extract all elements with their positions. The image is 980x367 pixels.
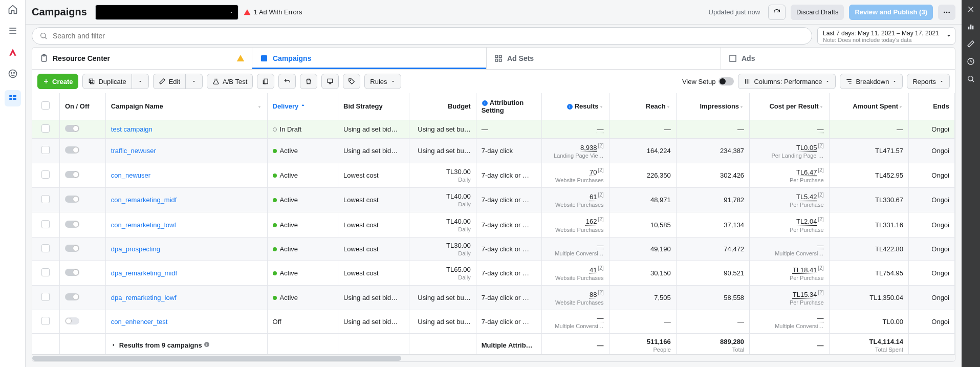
edit-button[interactable]: Edit <box>153 74 186 89</box>
tab-ads[interactable]: Ads <box>721 48 955 69</box>
search-box[interactable] <box>32 27 812 45</box>
col-impr[interactable]: Impressions <box>676 93 749 120</box>
svg-rect-44 <box>968 27 970 29</box>
search-right-icon[interactable] <box>967 75 975 83</box>
home-icon[interactable] <box>8 4 18 14</box>
resource-center-tab[interactable]: Resource Center <box>32 48 252 69</box>
col-results[interactable]: iResults <box>542 93 609 120</box>
row-checkbox[interactable] <box>41 124 50 133</box>
select-all-checkbox[interactable] <box>41 101 50 110</box>
export-button[interactable] <box>321 74 339 89</box>
campaign-name-link[interactable]: con_enhencer_test <box>111 318 168 326</box>
table-row[interactable]: traffic_newuserActiveUsing ad set bid…Us… <box>32 138 955 163</box>
ads-manager-icon[interactable] <box>5 90 21 106</box>
reports-button[interactable]: Reports <box>907 74 950 89</box>
table-row[interactable]: dpa_remarketing_lowfActiveUsing ad set b… <box>32 286 955 310</box>
row-checkbox[interactable] <box>41 220 50 228</box>
campaign-name-link[interactable]: test campaign <box>111 125 153 133</box>
row-toggle[interactable] <box>65 269 79 276</box>
duplicate-dropdown[interactable] <box>132 74 149 89</box>
svg-point-3 <box>9 70 16 78</box>
col-onoff[interactable]: On / Off <box>59 93 105 120</box>
close-panel-icon[interactable] <box>967 5 975 13</box>
row-checkbox[interactable] <box>41 195 50 203</box>
col-ends[interactable]: Ends <box>909 93 955 120</box>
status-dot <box>273 149 277 153</box>
campaign-name-link[interactable]: dpa_remarketing_midf <box>111 269 177 277</box>
status-dot <box>273 247 277 251</box>
more-button[interactable] <box>938 5 955 20</box>
tab-campaigns[interactable]: Campaigns <box>252 48 487 69</box>
rules-button[interactable]: Rules <box>364 74 401 89</box>
abtest-button[interactable]: A/B Test <box>207 74 253 89</box>
spent-cell: TL331.16 <box>829 212 908 237</box>
campaign-name-link[interactable]: traffic_newuser <box>111 147 156 155</box>
row-toggle[interactable] <box>65 293 79 300</box>
create-button[interactable]: Create <box>37 74 78 89</box>
discard-drafts-button[interactable]: Discard Drafts <box>791 5 844 20</box>
col-delivery[interactable]: Delivery <box>267 93 338 120</box>
table-row[interactable]: con_newuserActiveLowest costTL30.00Daily… <box>32 163 955 187</box>
col-name[interactable]: Campaign Name <box>105 93 267 120</box>
row-checkbox[interactable] <box>41 244 50 252</box>
account-selector[interactable] <box>95 5 238 20</box>
error-indicator[interactable]: 1 Ad With Errors <box>244 8 302 16</box>
duplicate-button[interactable]: Duplicate <box>82 74 132 89</box>
brand-icon[interactable] <box>8 47 18 57</box>
campaign-name-link[interactable]: dpa_remarketing_lowf <box>111 294 177 301</box>
breakdown-button[interactable]: Breakdown <box>840 74 903 89</box>
edit-dropdown[interactable] <box>185 74 203 89</box>
history-icon[interactable] <box>967 57 975 66</box>
row-toggle[interactable] <box>65 245 79 252</box>
row-toggle[interactable] <box>65 125 79 132</box>
table-row[interactable]: dpa_prospectingActiveLowest costTL30.00D… <box>32 237 955 261</box>
campaign-name-link[interactable]: con_remarketing_lowf <box>111 221 176 229</box>
table-row[interactable]: con_remarketing_lowfActiveLowest costTL4… <box>32 212 955 237</box>
svg-rect-17 <box>261 55 267 61</box>
campaign-name-link[interactable]: con_remarketing_midf <box>111 196 177 204</box>
row-checkbox[interactable] <box>41 317 50 325</box>
row-checkbox[interactable] <box>41 170 50 179</box>
col-reach[interactable]: Reach <box>609 93 676 120</box>
campaign-name-link[interactable]: dpa_prospecting <box>111 245 160 253</box>
columns-button[interactable]: Columns: Performance <box>738 74 836 89</box>
svg-rect-8 <box>9 98 12 100</box>
row-toggle[interactable] <box>65 196 79 203</box>
view-setup-toggle[interactable]: View Setup <box>682 77 734 85</box>
impr-cell: 74,472 <box>676 237 749 261</box>
row-checkbox[interactable] <box>41 293 50 301</box>
date-range-picker[interactable]: Last 7 days: May 11, 2021 – May 17, 2021… <box>817 27 955 45</box>
impr-cell: 91,782 <box>676 188 749 212</box>
refresh-button[interactable] <box>768 5 786 20</box>
menu-icon[interactable] <box>8 26 18 36</box>
row-toggle[interactable] <box>65 317 79 325</box>
copy-button[interactable] <box>257 74 274 89</box>
row-checkbox[interactable] <box>41 268 50 276</box>
insights-icon[interactable] <box>967 23 975 31</box>
col-spent[interactable]: Amount Spent <box>829 93 908 120</box>
row-checkbox[interactable] <box>41 146 50 154</box>
col-cpr[interactable]: Cost per Result <box>750 93 829 120</box>
review-publish-button[interactable]: Review and Publish (3) <box>849 5 933 20</box>
row-toggle[interactable] <box>65 146 79 154</box>
reach-cell: — <box>609 120 676 138</box>
tab-adsets[interactable]: Ad Sets <box>487 48 721 69</box>
status-label: Active <box>280 269 298 277</box>
undo-button[interactable] <box>278 74 296 89</box>
table-row[interactable]: con_enhencer_testOffUsing ad set bid…Usi… <box>32 310 955 334</box>
row-toggle[interactable] <box>65 221 79 228</box>
col-attr[interactable]: iAttribution Setting <box>476 93 542 120</box>
delete-button[interactable] <box>300 74 317 89</box>
table-row[interactable]: test campaignIn DraftUsing ad set bid…Us… <box>32 120 955 138</box>
edit-icon[interactable] <box>967 40 975 48</box>
table-row[interactable]: con_remarketing_midfActiveLowest costTL4… <box>32 188 955 212</box>
horizontal-scrollbar[interactable] <box>32 354 955 361</box>
search-input[interactable] <box>53 32 804 40</box>
tag-button[interactable] <box>343 74 360 89</box>
table-row[interactable]: dpa_remarketing_midfActiveLowest costTL6… <box>32 261 955 285</box>
face-icon[interactable] <box>8 69 18 79</box>
col-budget[interactable]: Budget <box>409 93 476 120</box>
campaign-name-link[interactable]: con_newuser <box>111 171 150 179</box>
row-toggle[interactable] <box>65 171 79 178</box>
col-bid[interactable]: Bid Strategy <box>338 93 409 120</box>
